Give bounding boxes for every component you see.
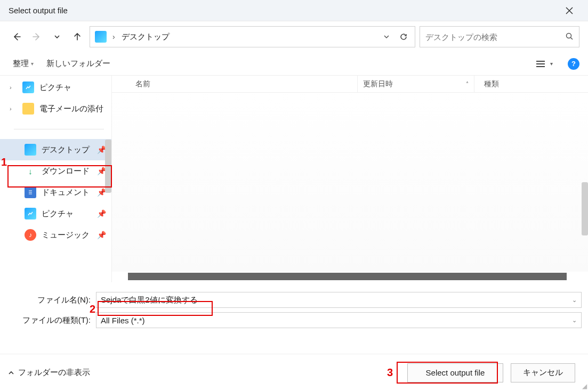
window-title: Select output file [9, 6, 68, 15]
search-input[interactable] [425, 32, 561, 42]
filetype-value: All Files (*.*) [101, 316, 145, 325]
download-icon: ↓ [25, 165, 36, 177]
forward-button[interactable] [29, 29, 45, 45]
column-type[interactable]: 種類 [474, 79, 499, 89]
search-box[interactable] [420, 26, 579, 47]
chevron-up-icon [7, 369, 15, 377]
column-date[interactable]: 更新日時 ˄ [357, 76, 474, 92]
arrow-up-icon [73, 32, 82, 42]
sidebar-item-label: ピクチャ [39, 83, 71, 93]
annotation-1: 1 [1, 156, 7, 168]
select-label: Select output file [426, 368, 485, 377]
file-list-content[interactable] [112, 93, 588, 272]
close-button[interactable] [557, 0, 582, 21]
sidebar-item-label: 電子メールの添付 [39, 104, 103, 114]
columns-header: 名前 更新日時 ˄ 種類 [112, 76, 588, 93]
sidebar-item-downloads[interactable]: ↓ ダウンロード 📌 [0, 160, 111, 182]
vertical-scrollbar[interactable] [582, 182, 588, 235]
pictures-icon [25, 208, 36, 219]
select-output-file-button[interactable]: Select output file [407, 363, 503, 382]
view-menu[interactable]: ▾ [535, 60, 553, 68]
sidebar: › ピクチャ › 電子メールの添付 デスクトップ 📌 ↓ ダウンロード 📌 [0, 76, 112, 282]
search-icon[interactable] [565, 32, 574, 42]
arrow-right-icon [32, 32, 42, 42]
horizontal-scrollbar[interactable] [128, 273, 567, 280]
footer: フォルダーの非表示 Select output file キャンセル [0, 354, 588, 391]
filename-field[interactable]: Sejdaで白黒2値に変換する ⌄ [96, 292, 582, 308]
sidebar-divider [14, 129, 104, 129]
hide-folders-toggle[interactable]: フォルダーの非表示 [7, 368, 90, 378]
titlebar: Select output file [0, 0, 588, 21]
refresh-button[interactable] [396, 29, 412, 45]
breadcrumb-location[interactable]: デスクトップ [119, 32, 377, 42]
cancel-button[interactable]: キャンセル [511, 363, 575, 382]
filetype-label: ファイルの種類(T): [6, 315, 96, 325]
expand-icon[interactable]: › [10, 84, 17, 91]
sidebar-item-label: ミュージック [42, 230, 90, 240]
cancel-label: キャンセル [523, 368, 563, 378]
filetype-field[interactable]: All Files (*.*) ⌄ [96, 312, 582, 328]
pictures-icon [22, 82, 34, 93]
file-list-pane: 名前 更新日時 ˄ 種類 [112, 76, 588, 282]
sidebar-item-pictures-top[interactable]: › ピクチャ [0, 77, 111, 98]
svg-point-0 [567, 33, 571, 38]
annotation-2: 2 [90, 303, 95, 315]
nav-row: › デスクトップ [0, 21, 588, 52]
organize-menu[interactable]: 整理 ▾ [13, 59, 34, 69]
sidebar-item-label: ドキュメント [42, 188, 90, 198]
help-button[interactable]: ? [568, 58, 579, 70]
body-area: › ピクチャ › 電子メールの添付 デスクトップ 📌 ↓ ダウンロード 📌 [0, 76, 588, 282]
sort-indicator-icon: ˄ [466, 81, 469, 87]
new-folder-button[interactable]: 新しいフォルダー [46, 59, 110, 69]
pin-icon[interactable]: 📌 [97, 231, 106, 239]
annotation-3: 3 [387, 366, 393, 379]
sidebar-item-label: ダウンロード [42, 166, 90, 176]
history-dropdown[interactable] [49, 29, 65, 45]
up-button[interactable] [69, 29, 85, 45]
breadcrumb-separator: › [109, 32, 118, 41]
sidebar-item-pictures[interactable]: ピクチャ 📌 [0, 203, 111, 224]
sidebar-item-label: ピクチャ [42, 209, 74, 219]
organize-label: 整理 [13, 59, 29, 69]
sidebar-item-label: デスクトップ [42, 145, 90, 155]
chevron-down-icon: ▾ [31, 61, 34, 67]
location-icon [93, 29, 108, 44]
chevron-down-icon[interactable]: ⌄ [572, 297, 577, 304]
filename-value: Sejdaで白黒2値に変換する [101, 295, 198, 305]
column-name[interactable]: 名前 [112, 79, 357, 89]
breadcrumb-dropdown[interactable] [378, 29, 394, 45]
hide-folders-label: フォルダーの非表示 [18, 368, 90, 378]
monitor-icon [95, 31, 107, 43]
chevron-down-icon [53, 33, 61, 40]
back-button[interactable] [9, 29, 25, 45]
new-folder-label: 新しいフォルダー [46, 59, 110, 69]
help-icon: ? [571, 60, 576, 68]
expand-icon[interactable]: › [10, 105, 17, 112]
arrow-left-icon [12, 32, 21, 42]
chevron-down-icon [383, 33, 390, 40]
address-bar[interactable]: › デスクトップ [90, 26, 415, 47]
sidebar-scrollbar[interactable] [105, 140, 111, 193]
resize-grip[interactable]: ◢ [582, 382, 587, 390]
filename-label: ファイル名(N): [6, 295, 96, 305]
refresh-icon [399, 32, 408, 41]
sidebar-item-email-attach[interactable]: › 電子メールの添付 [0, 98, 111, 119]
chevron-down-icon: ▾ [550, 61, 553, 67]
sidebar-item-music[interactable]: ♪ ミュージック 📌 [0, 224, 111, 246]
pin-icon[interactable]: 📌 [97, 209, 106, 218]
sidebar-item-documents[interactable]: ドキュメント 📌 [0, 182, 111, 203]
sidebar-item-desktop[interactable]: デスクトップ 📌 [0, 139, 111, 160]
folder-icon [22, 103, 34, 115]
close-icon [565, 6, 574, 15]
monitor-icon [25, 144, 36, 156]
document-icon [25, 186, 36, 198]
form-area: ファイル名(N): Sejdaで白黒2値に変換する ⌄ ファイルの種類(T): … [0, 282, 588, 328]
music-icon: ♪ [25, 229, 36, 241]
list-icon [535, 60, 546, 68]
chevron-down-icon[interactable]: ⌄ [572, 317, 577, 324]
toolbar: 整理 ▾ 新しいフォルダー ▾ ? [0, 52, 588, 76]
